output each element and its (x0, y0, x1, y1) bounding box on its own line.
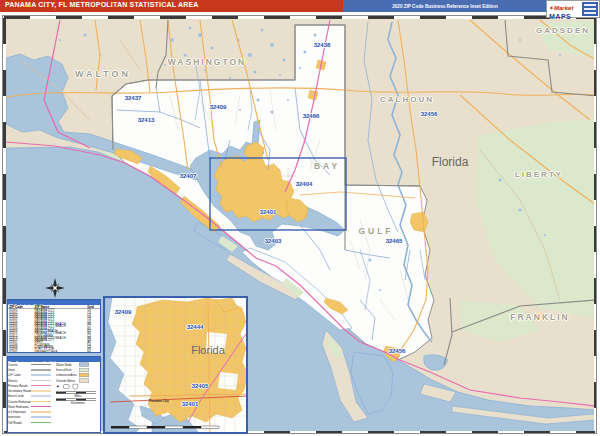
title-bar: PANAMA CITY, FL METROPOLITAN STATISTICAL… (0, 0, 600, 12)
scale-km: Kilometers (56, 399, 100, 405)
inset-scale-bar (111, 426, 219, 429)
inset-map (105, 298, 246, 432)
scale-miles: Miles (56, 392, 100, 398)
legend-panel: Map Features (as applicable) CountyState… (7, 356, 101, 433)
marketmaps-logo: ✶Market MAPS (546, 0, 600, 18)
scale-km-label: Kilometers (56, 401, 100, 404)
scale-miles-label: Miles (56, 394, 100, 397)
logo-maps-text: MAPS (549, 13, 571, 20)
edition-bar: 2020 ZIP Code Business Reference Inset E… (343, 0, 547, 12)
legend-area-items: Water BodyForest/ParkUrbanized AreaOutsi… (56, 362, 100, 383)
legend-icons: ✦ (56, 383, 100, 390)
state-highway-shield-icon (72, 384, 78, 390)
edition-text: 2020 ZIP Code Business Reference Inset E… (351, 3, 539, 9)
legend-line-item: Toll Roads (8, 420, 56, 425)
legend-line-items: CountyStateZIP CodeStreetsPrimary RoadsS… (8, 362, 56, 425)
logo-text: ✶Market MAPS (549, 2, 582, 16)
zip-index-table: ZIP Code ZIP Name Grid 32401PANAMA CITYC… (8, 305, 100, 353)
logo-market-text: Market (554, 5, 573, 11)
inset-map-panel: 32409324443240532401FloridaPanama City (103, 296, 248, 434)
logo-badge (582, 2, 598, 16)
north-arrow-icon: ✦ (56, 384, 60, 389)
compass-rose-icon (44, 277, 66, 299)
map-page: 3243732413324093243832466324563240732404… (0, 0, 600, 436)
inset-urban (132, 298, 246, 422)
us-highway-shield-icon (63, 384, 70, 389)
zip-index-panel: ZIP Code Index/Grid Locator ZIP Code ZIP… (7, 299, 101, 353)
page-title: PANAMA CITY, FL METROPOLITAN STATISTICAL… (5, 1, 199, 8)
